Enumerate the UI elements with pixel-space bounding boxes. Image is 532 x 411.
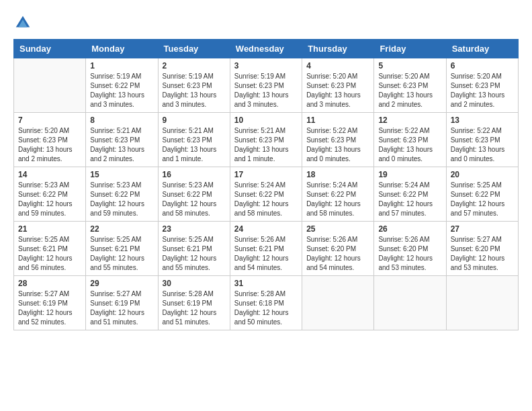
calendar-week-row: 21Sunrise: 5:25 AM Sunset: 6:21 PM Dayli… — [14, 222, 519, 276]
calendar-cell: 6Sunrise: 5:20 AM Sunset: 6:23 PM Daylig… — [446, 58, 518, 113]
day-number: 12 — [378, 116, 441, 125]
weekday-header: Friday — [374, 40, 446, 58]
day-number: 19 — [378, 170, 441, 179]
day-number: 5 — [378, 61, 441, 71]
day-info: Sunrise: 5:20 AM Sunset: 6:23 PM Dayligh… — [378, 72, 441, 109]
day-number: 10 — [234, 116, 298, 125]
day-number: 30 — [163, 279, 226, 288]
calendar-header-row: SundayMondayTuesdayWednesdayThursdayFrid… — [14, 40, 519, 58]
calendar-cell: 29Sunrise: 5:27 AM Sunset: 6:19 PM Dayli… — [86, 276, 158, 330]
calendar-week-row: 1Sunrise: 5:19 AM Sunset: 6:22 PM Daylig… — [14, 58, 519, 113]
day-info: Sunrise: 5:22 AM Sunset: 6:23 PM Dayligh… — [378, 126, 441, 164]
day-number: 21 — [18, 224, 81, 234]
calendar-cell — [446, 276, 518, 330]
calendar-cell — [14, 58, 86, 113]
calendar-cell: 30Sunrise: 5:28 AM Sunset: 6:19 PM Dayli… — [158, 276, 230, 330]
calendar-cell: 5Sunrise: 5:20 AM Sunset: 6:23 PM Daylig… — [374, 58, 446, 113]
day-info: Sunrise: 5:24 AM Sunset: 6:22 PM Dayligh… — [234, 181, 298, 218]
day-info: Sunrise: 5:22 AM Sunset: 6:23 PM Dayligh… — [306, 126, 369, 164]
day-number: 6 — [451, 61, 514, 71]
calendar-cell: 23Sunrise: 5:25 AM Sunset: 6:21 PM Dayli… — [158, 222, 230, 276]
calendar-cell: 10Sunrise: 5:21 AM Sunset: 6:23 PM Dayli… — [230, 113, 302, 167]
day-info: Sunrise: 5:20 AM Sunset: 6:23 PM Dayligh… — [451, 72, 514, 109]
calendar-cell: 14Sunrise: 5:23 AM Sunset: 6:22 PM Dayli… — [14, 167, 86, 222]
day-info: Sunrise: 5:25 AM Sunset: 6:22 PM Dayligh… — [451, 181, 514, 218]
day-info: Sunrise: 5:21 AM Sunset: 6:23 PM Dayligh… — [163, 126, 226, 164]
weekday-header: Tuesday — [158, 40, 230, 58]
calendar-cell: 25Sunrise: 5:26 AM Sunset: 6:20 PM Dayli… — [302, 222, 374, 276]
weekday-header: Thursday — [302, 40, 374, 58]
day-info: Sunrise: 5:28 AM Sunset: 6:18 PM Dayligh… — [234, 289, 298, 327]
logo-icon — [13, 13, 32, 32]
day-info: Sunrise: 5:23 AM Sunset: 6:22 PM Dayligh… — [90, 181, 153, 218]
page-header — [13, 13, 519, 32]
calendar-cell: 8Sunrise: 5:21 AM Sunset: 6:23 PM Daylig… — [86, 113, 158, 167]
day-number: 22 — [90, 224, 153, 234]
day-info: Sunrise: 5:25 AM Sunset: 6:21 PM Dayligh… — [18, 235, 81, 273]
day-info: Sunrise: 5:19 AM Sunset: 6:23 PM Dayligh… — [234, 72, 298, 109]
day-info: Sunrise: 5:24 AM Sunset: 6:22 PM Dayligh… — [378, 181, 441, 218]
day-number: 1 — [90, 61, 153, 71]
calendar-cell: 16Sunrise: 5:23 AM Sunset: 6:22 PM Dayli… — [158, 167, 230, 222]
calendar-cell: 26Sunrise: 5:26 AM Sunset: 6:20 PM Dayli… — [374, 222, 446, 276]
calendar-cell: 17Sunrise: 5:24 AM Sunset: 6:22 PM Dayli… — [230, 167, 302, 222]
day-number: 26 — [378, 224, 441, 234]
day-info: Sunrise: 5:26 AM Sunset: 6:20 PM Dayligh… — [378, 235, 441, 273]
day-number: 28 — [18, 279, 81, 288]
day-number: 17 — [234, 170, 298, 179]
weekday-header: Monday — [86, 40, 158, 58]
day-number: 18 — [306, 170, 369, 179]
day-number: 3 — [234, 61, 298, 71]
day-info: Sunrise: 5:23 AM Sunset: 6:22 PM Dayligh… — [163, 181, 226, 218]
calendar-cell — [302, 276, 374, 330]
calendar-cell: 2Sunrise: 5:19 AM Sunset: 6:23 PM Daylig… — [158, 58, 230, 113]
day-info: Sunrise: 5:26 AM Sunset: 6:21 PM Dayligh… — [234, 235, 298, 273]
day-number: 11 — [306, 116, 369, 125]
day-info: Sunrise: 5:26 AM Sunset: 6:20 PM Dayligh… — [306, 235, 369, 273]
day-number: 15 — [90, 170, 153, 179]
weekday-header: Sunday — [14, 40, 86, 58]
day-number: 4 — [306, 61, 369, 71]
day-number: 2 — [163, 61, 226, 71]
day-info: Sunrise: 5:27 AM Sunset: 6:20 PM Dayligh… — [451, 235, 514, 273]
calendar-cell: 24Sunrise: 5:26 AM Sunset: 6:21 PM Dayli… — [230, 222, 302, 276]
day-info: Sunrise: 5:20 AM Sunset: 6:23 PM Dayligh… — [306, 72, 369, 109]
day-info: Sunrise: 5:19 AM Sunset: 6:23 PM Dayligh… — [163, 72, 226, 109]
calendar-cell: 1Sunrise: 5:19 AM Sunset: 6:22 PM Daylig… — [86, 58, 158, 113]
weekday-header: Wednesday — [230, 40, 302, 58]
day-info: Sunrise: 5:21 AM Sunset: 6:23 PM Dayligh… — [234, 126, 298, 164]
calendar-cell: 22Sunrise: 5:25 AM Sunset: 6:21 PM Dayli… — [86, 222, 158, 276]
calendar-cell: 13Sunrise: 5:22 AM Sunset: 6:23 PM Dayli… — [446, 113, 518, 167]
calendar-cell: 20Sunrise: 5:25 AM Sunset: 6:22 PM Dayli… — [446, 167, 518, 222]
calendar-cell: 9Sunrise: 5:21 AM Sunset: 6:23 PM Daylig… — [158, 113, 230, 167]
calendar-cell: 19Sunrise: 5:24 AM Sunset: 6:22 PM Dayli… — [374, 167, 446, 222]
calendar-cell: 4Sunrise: 5:20 AM Sunset: 6:23 PM Daylig… — [302, 58, 374, 113]
day-number: 7 — [18, 116, 81, 125]
day-info: Sunrise: 5:27 AM Sunset: 6:19 PM Dayligh… — [90, 289, 153, 327]
calendar-cell: 15Sunrise: 5:23 AM Sunset: 6:22 PM Dayli… — [86, 167, 158, 222]
day-info: Sunrise: 5:25 AM Sunset: 6:21 PM Dayligh… — [163, 235, 226, 273]
day-number: 29 — [90, 279, 153, 288]
day-number: 9 — [163, 116, 226, 125]
day-number: 20 — [451, 170, 514, 179]
calendar-cell: 18Sunrise: 5:24 AM Sunset: 6:22 PM Dayli… — [302, 167, 374, 222]
day-number: 27 — [451, 224, 514, 234]
calendar-cell: 7Sunrise: 5:20 AM Sunset: 6:23 PM Daylig… — [14, 113, 86, 167]
day-info: Sunrise: 5:20 AM Sunset: 6:23 PM Dayligh… — [18, 126, 81, 164]
day-info: Sunrise: 5:28 AM Sunset: 6:19 PM Dayligh… — [163, 289, 226, 327]
day-number: 8 — [90, 116, 153, 125]
day-number: 31 — [234, 279, 298, 288]
day-number: 16 — [163, 170, 226, 179]
calendar-cell: 27Sunrise: 5:27 AM Sunset: 6:20 PM Dayli… — [446, 222, 518, 276]
day-number: 25 — [306, 224, 369, 234]
day-number: 24 — [234, 224, 298, 234]
calendar-week-row: 14Sunrise: 5:23 AM Sunset: 6:22 PM Dayli… — [14, 167, 519, 222]
day-number: 14 — [18, 170, 81, 179]
day-info: Sunrise: 5:22 AM Sunset: 6:23 PM Dayligh… — [451, 126, 514, 164]
day-info: Sunrise: 5:19 AM Sunset: 6:22 PM Dayligh… — [90, 72, 153, 109]
day-info: Sunrise: 5:23 AM Sunset: 6:22 PM Dayligh… — [18, 181, 81, 218]
calendar-cell — [374, 276, 446, 330]
day-info: Sunrise: 5:25 AM Sunset: 6:21 PM Dayligh… — [90, 235, 153, 273]
day-info: Sunrise: 5:24 AM Sunset: 6:22 PM Dayligh… — [306, 181, 369, 218]
calendar-cell: 3Sunrise: 5:19 AM Sunset: 6:23 PM Daylig… — [230, 58, 302, 113]
